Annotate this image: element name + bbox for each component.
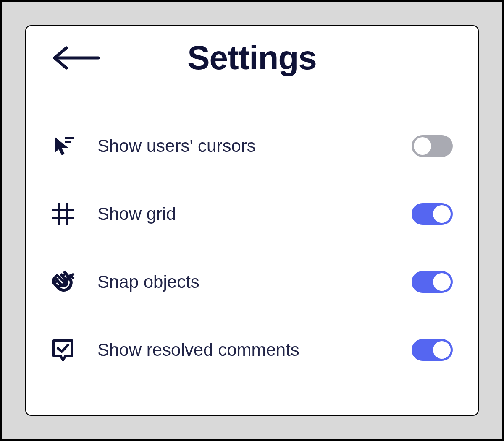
- setting-label: Snap objects: [97, 272, 412, 292]
- setting-row-show-cursors: Show users' cursors: [51, 133, 453, 159]
- back-button[interactable]: [51, 41, 106, 75]
- svg-marker-1: [55, 137, 68, 155]
- setting-label: Show resolved comments: [97, 340, 412, 360]
- toggle-show-grid[interactable]: [412, 203, 453, 225]
- svg-line-8: [54, 281, 58, 283]
- svg-rect-3: [65, 141, 71, 143]
- toggle-show-cursors[interactable]: [412, 135, 453, 157]
- arrow-left-icon: [51, 46, 101, 70]
- svg-line-9: [63, 274, 66, 276]
- settings-panel: Settings Show users' cursors: [25, 25, 479, 416]
- cursor-icon: [51, 133, 81, 159]
- setting-row-show-resolved-comments: Show resolved comments: [51, 337, 453, 363]
- toggle-show-resolved-comments[interactable]: [412, 339, 453, 361]
- setting-label: Show grid: [97, 204, 412, 224]
- setting-row-snap-objects: Snap objects: [51, 269, 453, 295]
- setting-row-show-grid: Show grid: [51, 201, 453, 227]
- setting-label: Show users' cursors: [97, 136, 412, 156]
- svg-rect-2: [65, 137, 74, 139]
- grid-icon: [51, 201, 81, 227]
- toggle-snap-objects[interactable]: [412, 271, 453, 293]
- page-title: Settings: [187, 39, 317, 77]
- comment-check-icon: [51, 337, 81, 363]
- magnet-icon: [51, 269, 81, 295]
